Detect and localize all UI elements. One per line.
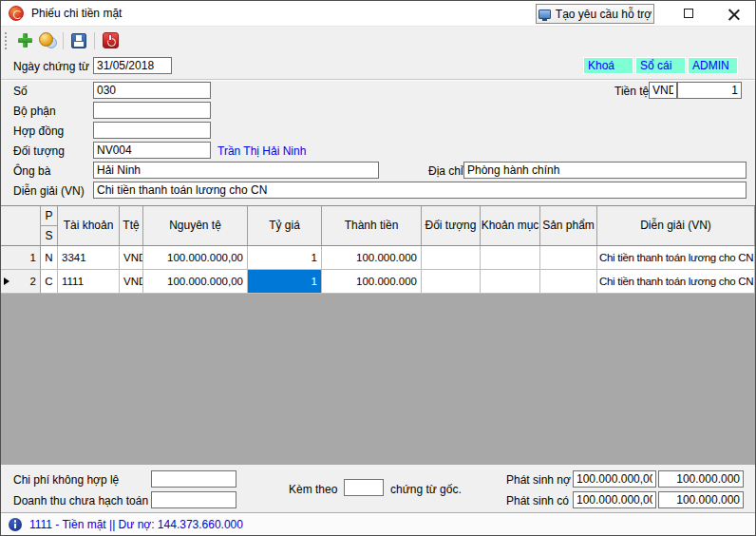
debit-total-label: Phát sinh nợ bbox=[506, 473, 571, 487]
cell-ps[interactable]: C bbox=[41, 270, 58, 294]
user-badge[interactable]: ADMIN bbox=[688, 57, 738, 74]
cell-ps[interactable]: N bbox=[41, 246, 58, 270]
payee-label: Ông bà bbox=[13, 164, 50, 178]
debit-total-input[interactable] bbox=[658, 470, 744, 488]
current-row-arrow-icon bbox=[4, 278, 9, 285]
header-product: Sản phẩm bbox=[540, 206, 597, 245]
status-bar: 1111 - Tiền mặt || Dư nợ: 144.373.660.00… bbox=[1, 512, 755, 535]
credit-total-label: Phát sinh có bbox=[506, 494, 569, 507]
cell-currency[interactable]: VND bbox=[120, 246, 143, 270]
description-input[interactable] bbox=[93, 182, 747, 199]
header-amount-fc: Nguyên tệ bbox=[143, 206, 248, 245]
cell-amount[interactable]: 100.000.000 bbox=[322, 246, 422, 270]
table-empty-area bbox=[1, 294, 755, 465]
cell-object[interactable] bbox=[422, 270, 481, 294]
unrecorded-revenue-label: Doanh thu chưa hạch toán bbox=[13, 494, 148, 507]
header-currency: Ttệ bbox=[120, 206, 143, 245]
row-selector[interactable]: 1 bbox=[1, 246, 41, 270]
support-request-button[interactable]: Tạo yêu cầu hỗ trợ bbox=[536, 4, 654, 24]
department-label: Bộ phận bbox=[13, 105, 56, 118]
table-row: 2 C 1111 VND 100.000.000,00 1 100.000.00… bbox=[1, 270, 755, 294]
address-input[interactable] bbox=[463, 162, 747, 179]
toolbar-separator bbox=[63, 32, 64, 49]
cell-rate-selected[interactable]: 1 bbox=[248, 270, 322, 294]
save-button[interactable] bbox=[68, 30, 89, 51]
partner-code-input[interactable] bbox=[93, 142, 211, 159]
cell-currency[interactable]: VND bbox=[120, 270, 143, 294]
status-text: 1111 - Tiền mặt || Dư nợ: 144.373.660.00… bbox=[29, 518, 243, 531]
close-button[interactable] bbox=[715, 1, 753, 26]
cell-item[interactable] bbox=[481, 246, 540, 270]
debit-total-fc-input[interactable] bbox=[573, 470, 656, 488]
monitor-icon bbox=[539, 10, 551, 19]
cell-account[interactable]: 3341 bbox=[58, 246, 120, 270]
cell-product[interactable] bbox=[540, 270, 597, 294]
header-object: Đối tượng bbox=[422, 206, 481, 245]
toolbar bbox=[1, 26, 755, 54]
cell-product[interactable] bbox=[540, 246, 597, 270]
app-icon bbox=[9, 6, 24, 21]
window-title: Phiếu chi tiền mặt bbox=[31, 7, 122, 20]
cell-description[interactable]: Chi tiền thanh toán lương cho CN bbox=[597, 270, 755, 294]
copy-voucher-icon bbox=[39, 32, 57, 48]
toolbar-separator bbox=[94, 32, 95, 49]
cell-description[interactable]: Chi tiền thanh toán lương cho CN bbox=[597, 246, 755, 270]
maximize-button[interactable] bbox=[671, 1, 706, 26]
invalid-expense-label: Chi phí không hợp lệ bbox=[13, 473, 119, 487]
header-amount: Thành tiền bbox=[322, 206, 422, 245]
header-description: Diễn giải (VN) bbox=[597, 206, 755, 245]
currency-label: Tiền tệ bbox=[614, 85, 649, 98]
description-label: Diễn giải (VN) bbox=[13, 184, 85, 198]
credit-total-input[interactable] bbox=[658, 491, 744, 508]
cell-rate[interactable]: 1 bbox=[248, 246, 322, 270]
header-ps: P S bbox=[41, 206, 58, 245]
partner-name-text: Trần Thị Hải Ninh bbox=[217, 144, 306, 158]
currency-code-input[interactable] bbox=[649, 82, 677, 99]
exchange-rate-input[interactable] bbox=[677, 82, 742, 99]
divider bbox=[1, 79, 755, 81]
cell-object[interactable] bbox=[422, 246, 481, 270]
cell-item[interactable] bbox=[481, 270, 540, 294]
partner-label: Đối tượng bbox=[13, 144, 65, 158]
cell-amount-fc[interactable]: 100.000.000,00 bbox=[143, 246, 248, 270]
add-icon bbox=[18, 33, 32, 48]
date-input[interactable] bbox=[93, 57, 172, 74]
entries-table: P S Tài khoản Ttệ Nguyên tệ Tỷ giá Thành… bbox=[1, 205, 755, 465]
department-input[interactable] bbox=[93, 102, 211, 119]
table-row: 1 N 3341 VND 100.000.000,00 1 100.000.00… bbox=[1, 246, 755, 270]
cell-account[interactable]: 1111 bbox=[58, 270, 120, 294]
exit-button[interactable] bbox=[100, 30, 121, 51]
contract-input[interactable] bbox=[93, 122, 211, 139]
cell-amount[interactable]: 100.000.000 bbox=[322, 270, 422, 294]
row-selector[interactable]: 2 bbox=[1, 270, 41, 294]
info-icon bbox=[9, 518, 22, 531]
attachment-label: Kèm theo bbox=[289, 483, 337, 496]
header-account: Tài khoản bbox=[58, 206, 120, 245]
attachment-suffix-label: chứng từ gốc. bbox=[390, 483, 462, 496]
copy-voucher-button[interactable] bbox=[37, 30, 58, 51]
close-icon bbox=[728, 8, 740, 19]
voucher-number-label: Số bbox=[13, 85, 28, 98]
table-header: P S Tài khoản Ttệ Nguyên tệ Tỷ giá Thành… bbox=[1, 205, 755, 246]
toolbar-grip bbox=[5, 32, 7, 49]
header-rate: Tỷ giá bbox=[248, 206, 322, 245]
support-request-label: Tạo yêu cầu hỗ trợ bbox=[556, 8, 652, 21]
add-button[interactable] bbox=[14, 30, 35, 51]
exit-icon bbox=[103, 32, 119, 48]
header-item: Khoản mục bbox=[481, 206, 540, 245]
unrecorded-revenue-input[interactable] bbox=[151, 491, 236, 508]
contract-label: Hợp đồng bbox=[13, 124, 64, 138]
date-label: Ngày chứng từ bbox=[13, 60, 89, 73]
attachment-count-input[interactable] bbox=[344, 479, 384, 496]
header-row-selector bbox=[1, 206, 41, 245]
lock-badge[interactable]: Khoá bbox=[583, 57, 633, 74]
cell-amount-fc[interactable]: 100.000.000,00 bbox=[143, 270, 248, 294]
maximize-icon bbox=[684, 9, 693, 18]
voucher-number-input[interactable] bbox=[93, 82, 211, 99]
invalid-expense-input[interactable] bbox=[151, 470, 236, 488]
save-icon bbox=[71, 33, 86, 48]
payee-input[interactable] bbox=[93, 162, 379, 179]
credit-total-fc-input[interactable] bbox=[573, 491, 656, 508]
ledger-badge[interactable]: Sổ cái bbox=[635, 57, 686, 74]
address-label: Địa chỉ bbox=[428, 164, 463, 178]
